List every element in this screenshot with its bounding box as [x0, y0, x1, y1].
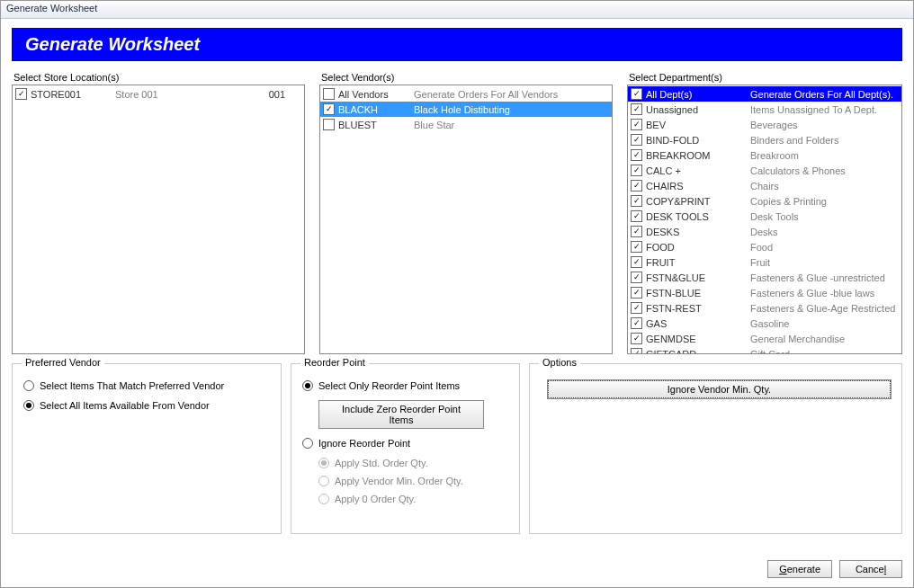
dept-code: CALC + — [646, 165, 750, 176]
dept-code: CHAIRS — [646, 181, 750, 192]
radio-label: Select Only Reorder Point Items — [318, 380, 460, 391]
dept-code: DESKS — [646, 227, 750, 237]
dept-desc: Binders and Folders — [750, 135, 899, 146]
department-row[interactable]: ✓DESKSDesks — [628, 224, 901, 239]
dept-code: All Dept(s) — [646, 89, 750, 100]
checkbox-icon[interactable]: ✓ — [631, 119, 642, 130]
store-row[interactable]: ✓STORE001Store 001001 — [13, 86, 304, 102]
include-zero-reorder-button[interactable]: Include Zero Reorder Point Items — [318, 400, 484, 429]
department-row[interactable]: ✓COPY&PRINTCopies & Printing — [628, 193, 901, 209]
checkbox-icon[interactable]: ✓ — [631, 317, 642, 329]
dept-code: FOOD — [646, 242, 750, 253]
dept-desc: Desks — [750, 227, 899, 237]
titlebar: Generate Worksheet — [1, 1, 913, 19]
department-row[interactable]: ✓GASGasoline — [628, 316, 901, 331]
department-row[interactable]: ✓DESK TOOLSDesk Tools — [628, 209, 901, 224]
dept-desc: Fasteners & Glue -blue laws — [750, 288, 899, 298]
department-row[interactable]: ✓CHAIRSChairs — [628, 178, 901, 193]
dept-desc: Food — [750, 242, 899, 253]
department-row[interactable]: ✓BIND-FOLDBinders and Folders — [628, 132, 901, 147]
dept-code: BIND-FOLD — [646, 135, 750, 146]
dept-code: FSTN&GLUE — [646, 272, 750, 283]
cancel-button[interactable]: Cancel — [839, 560, 902, 578]
vendor-desc: Blue Star — [414, 120, 609, 130]
footer: Generate Cancel — [1, 557, 913, 587]
department-row[interactable]: ✓FSTN-RESTFasteners & Glue-Age Restricte… — [628, 300, 901, 316]
radio-select-only-reorder[interactable]: Select Only Reorder Point Items — [302, 380, 508, 391]
vendor-code: All Vendors — [338, 89, 414, 100]
checkbox-icon[interactable]: ✓ — [631, 210, 642, 222]
checkbox-icon[interactable]: ✓ — [631, 287, 642, 298]
checkbox-icon[interactable]: ✓ — [631, 165, 642, 176]
dept-desc: Gasoline — [750, 318, 899, 329]
checkbox-icon[interactable]: ✓ — [631, 241, 642, 253]
radio-icon — [302, 438, 313, 449]
radio-icon — [318, 476, 329, 486]
radio-icon — [318, 458, 329, 468]
options-legend: Options — [539, 357, 580, 368]
checkbox-icon[interactable]: ✓ — [631, 149, 642, 161]
dept-code: GIFTCARD — [646, 349, 750, 355]
department-row[interactable]: ✓FSTN&GLUEFasteners & Glue -unrestricted — [628, 270, 901, 285]
radio-icon — [23, 400, 34, 411]
vendors-column: Select Vendor(s) All VendorsGenerate Ord… — [319, 67, 613, 354]
department-row[interactable]: ✓BREAKROOMBreakroom — [628, 147, 901, 163]
ignore-vendor-min-button[interactable]: Ignore Vendor Min. Qty. — [548, 380, 891, 398]
department-row[interactable]: ✓FRUITFruit — [628, 254, 901, 270]
dept-desc: Gift Card — [750, 349, 899, 355]
content: Generate Worksheet Select Store Location… — [1, 19, 913, 557]
dept-desc: Fasteners & Glue -unrestricted — [750, 272, 899, 283]
checkbox-icon[interactable]: ✓ — [631, 256, 642, 268]
radio-icon — [318, 494, 329, 504]
vendor-row[interactable]: ✓BLACKHBlack Hole Distibuting — [320, 102, 612, 117]
department-row[interactable]: ✓BEVBeverages — [628, 117, 901, 132]
vendors-listbox[interactable]: All VendorsGenerate Orders For All Vendo… — [319, 85, 613, 354]
dept-desc: Calculators & Phones — [750, 165, 899, 176]
generate-button[interactable]: Generate — [767, 560, 832, 578]
preferred-vendor-group: Preferred Vendor Select Items That Match… — [12, 363, 282, 534]
department-row[interactable]: ✓GENMDSEGeneral Merchandise — [628, 331, 901, 346]
vendor-row[interactable]: All VendorsGenerate Orders For All Vendo… — [320, 86, 612, 102]
dept-desc: Beverages — [750, 120, 899, 130]
checkbox-icon[interactable]: ✓ — [631, 302, 642, 314]
departments-listbox[interactable]: ✓All Dept(s)Generate Orders For All Dept… — [627, 85, 902, 354]
store-code: STORE001 — [31, 89, 115, 100]
vendor-code: BLACKH — [338, 104, 414, 115]
department-row[interactable]: ✓FOODFood — [628, 239, 901, 254]
dept-code: BEV — [646, 120, 750, 130]
dept-code: Unassigned — [646, 104, 750, 115]
department-row[interactable]: ✓All Dept(s)Generate Orders For All Dept… — [628, 86, 901, 102]
groups-row: Preferred Vendor Select Items That Match… — [12, 363, 902, 534]
checkbox-icon[interactable] — [323, 88, 335, 100]
radio-match-preferred[interactable]: Select Items That Match Preferred Vendor — [23, 380, 270, 391]
checkbox-icon[interactable]: ✓ — [631, 333, 642, 344]
reorder-point-legend: Reorder Point — [300, 357, 369, 368]
department-row[interactable]: ✓FSTN-BLUEFasteners & Glue -blue laws — [628, 285, 901, 300]
options-group: Options Ignore Vendor Min. Qty. — [529, 363, 902, 534]
department-row[interactable]: ✓UnassignedItems Unassigned To A Dept. — [628, 102, 901, 117]
checkbox-icon[interactable] — [323, 119, 335, 130]
checkbox-icon[interactable]: ✓ — [631, 88, 642, 100]
checkbox-icon[interactable]: ✓ — [15, 88, 27, 100]
checkbox-icon[interactable]: ✓ — [631, 134, 642, 146]
generate-worksheet-window: Generate Worksheet Generate Worksheet Se… — [0, 0, 914, 588]
radio-all-available[interactable]: Select All Items Available From Vendor — [23, 400, 270, 411]
stores-listbox[interactable]: ✓STORE001Store 001001 — [12, 85, 305, 354]
checkbox-icon[interactable]: ✓ — [323, 103, 335, 115]
checkbox-icon[interactable]: ✓ — [631, 226, 642, 237]
subradio-label: Apply 0 Order Qty. — [335, 494, 416, 504]
checkbox-icon[interactable]: ✓ — [631, 272, 642, 283]
window-title: Generate Worksheet — [6, 3, 97, 13]
vendor-row[interactable]: BLUESTBlue Star — [320, 117, 612, 132]
checkbox-icon[interactable]: ✓ — [631, 348, 642, 354]
department-row[interactable]: ✓CALC +Calculators & Phones — [628, 163, 901, 178]
checkbox-icon[interactable]: ✓ — [631, 195, 642, 207]
reorder-point-group: Reorder Point Select Only Reorder Point … — [291, 363, 520, 534]
radio-ignore-reorder[interactable]: Ignore Reorder Point — [302, 438, 508, 449]
checkbox-icon[interactable]: ✓ — [631, 103, 642, 115]
subradio-apply-vendor-min: Apply Vendor Min. Order Qty. — [318, 476, 508, 486]
checkbox-icon[interactable]: ✓ — [631, 180, 642, 192]
department-row[interactable]: ✓GIFTCARDGift Card — [628, 346, 901, 354]
dept-desc: Generate Orders For All Dept(s). — [750, 89, 899, 100]
dept-desc: General Merchandise — [750, 334, 899, 344]
